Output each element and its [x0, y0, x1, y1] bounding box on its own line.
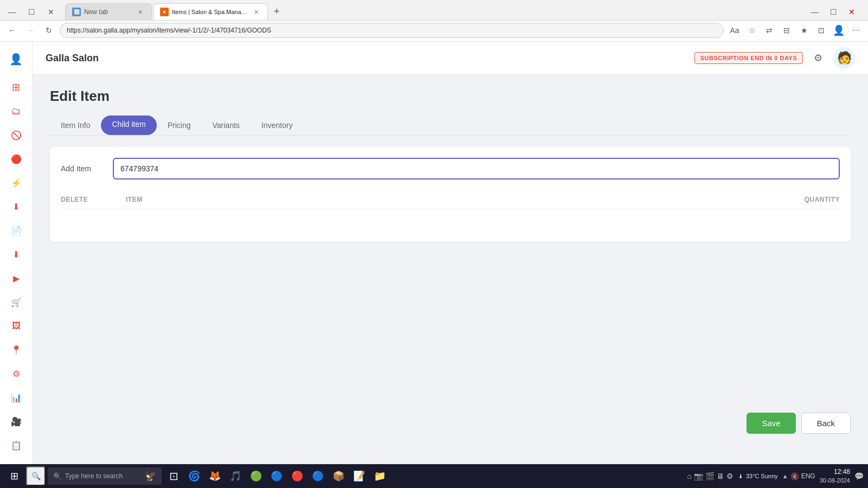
taskbar-date-display: 30-08-2024 — [820, 477, 850, 485]
browser-tab-1[interactable]: ⬜ New tab ✕ — [65, 3, 152, 20]
sidebar-icon-cart[interactable]: 🛒 — [5, 291, 27, 313]
settings-tray-icon: ⚙ — [726, 472, 733, 480]
tab-child-item[interactable]: Child item — [101, 115, 156, 135]
collections-icon[interactable]: ⊡ — [814, 23, 829, 38]
taskbar-right: ⌂ 📷 🎬 🖥 ⚙ 🌡 33°C Sunny ▲ 🔇 ENG 12:48 30-… — [687, 467, 864, 485]
add-item-input[interactable] — [113, 158, 840, 179]
window-restore-icon[interactable]: ☐ — [826, 4, 841, 20]
sidebar-user-icon[interactable]: 👤 — [5, 48, 27, 70]
extensions-icon[interactable]: ⋯ — [848, 23, 864, 38]
taskbar-app-files[interactable]: 📁 — [370, 466, 390, 486]
reader-icon[interactable]: Aa — [727, 23, 742, 38]
weather-info: 🌡 33°C Sunny — [738, 473, 778, 479]
sidebar-icon-alert[interactable]: 🚫 — [5, 124, 27, 146]
volume-area: ▲ 🔇 ENG — [782, 472, 815, 480]
add-item-label: Add Item — [61, 164, 104, 173]
address-input[interactable] — [60, 23, 724, 38]
browser-tab-2[interactable]: ● Items | Salon & Spa Management ✕ — [153, 3, 268, 20]
forward-nav-button[interactable]: → — [23, 23, 38, 38]
add-item-row: Add Item — [61, 158, 840, 179]
taskbar-app-edge[interactable]: 🌀 — [184, 466, 204, 486]
sidebar-icon-list[interactable]: 📋 — [5, 434, 27, 456]
taskbar-search-icon2: 🔍 — [53, 472, 62, 480]
back-nav-button[interactable]: ← — [4, 23, 20, 38]
sidebar-icon-zap[interactable]: ⚡ — [5, 172, 27, 194]
taskbar-app-music[interactable]: 🎵 — [226, 466, 245, 486]
taskbar-bird-icon: 🦅 — [144, 470, 156, 482]
taskbar-app-skype[interactable]: 🔵 — [308, 466, 328, 486]
minimize-button[interactable]: — — [4, 4, 20, 20]
sidebar-icon-download2[interactable]: ⬇ — [5, 243, 27, 265]
window-minimize-icon[interactable]: — — [807, 4, 822, 20]
sidebar-icon-analytics[interactable]: 🔴 — [5, 148, 27, 170]
bookmark-icon[interactable]: ☆ — [744, 23, 760, 38]
app-logo: Galla Salon — [46, 53, 99, 64]
tabs-nav: Item Info Child item Pricing Variants In… — [50, 115, 851, 136]
taskbar-start-button[interactable]: ⊞ — [4, 466, 24, 486]
taskbar-search-icon[interactable]: 🔍 — [26, 466, 46, 486]
col-delete: DELETE — [61, 196, 126, 203]
taskbar-apps: ⊡ 🌀 🦊 🎵 🟢 🔵 🔴 🔵 📦 📝 📁 — [164, 466, 685, 486]
system-tray-icons: ⌂ 📷 🎬 🖥 ⚙ — [687, 472, 733, 480]
taskbar-search-input[interactable] — [65, 472, 141, 480]
browser-title-bar: — ☐ ✕ ⬜ New tab ✕ ● Items | Salon & Spa … — [0, 0, 868, 20]
save-button[interactable]: Save — [746, 413, 795, 434]
browser-action-icons: Aa ☆ ⇄ ⊟ ★ ⊡ 👤 ⋯ — [727, 23, 864, 38]
close-button[interactable]: ✕ — [43, 4, 59, 20]
table-body — [61, 209, 840, 231]
back-button[interactable]: Back — [801, 413, 851, 434]
taskbar-app-fb[interactable]: 🔵 — [267, 466, 286, 486]
tab-2-title: Items | Salon & Spa Management — [172, 9, 248, 15]
tab-inventory[interactable]: Inventory — [251, 115, 304, 136]
settings-button[interactable]: ⚙ — [809, 49, 827, 67]
taskbar-app-store[interactable]: 📦 — [329, 466, 348, 486]
taskbar-search[interactable]: 🔍 🦅 — [48, 467, 162, 485]
notification-button[interactable]: 💬 — [854, 472, 864, 480]
reload-button[interactable]: ↻ — [41, 23, 56, 38]
maximize-button[interactable]: ☐ — [24, 4, 39, 20]
volume-icon: 🔇 — [790, 472, 799, 480]
tab-2-favicon: ● — [160, 8, 169, 16]
taskbar-app-youtube[interactable]: 🔴 — [288, 466, 307, 486]
page-body: Edit Item Item Info Child item Pricing V… — [33, 75, 868, 255]
tab-item-info[interactable]: Item Info — [50, 115, 101, 136]
browser-tabs: ⬜ New tab ✕ ● Items | Salon & Spa Manage… — [65, 3, 284, 20]
sidebar-icon-settings2[interactable]: ⚙ — [5, 363, 27, 384]
col-quantity: QUANTITY — [775, 196, 840, 203]
taskbar-app-notes[interactable]: 📝 — [349, 466, 369, 486]
header-right: SUBSCRIPTION END IN 0 DAYS ⚙ 🧑 — [694, 47, 855, 69]
taskbar-app-view[interactable]: ⊡ — [164, 466, 183, 486]
taskbar-app-chrome[interactable]: 🟢 — [246, 466, 266, 486]
tab-pricing[interactable]: Pricing — [157, 115, 202, 136]
favorites-icon[interactable]: ★ — [796, 23, 812, 38]
taskbar-app-firefox[interactable]: 🦊 — [205, 466, 225, 486]
weather-text: 33°C Sunny — [746, 473, 778, 479]
tab-variants[interactable]: Variants — [202, 115, 251, 136]
tray-icon-1: ⌂ — [687, 472, 692, 480]
sidebar-icon-media[interactable]: ▶ — [5, 267, 27, 289]
sidebar-icon-location[interactable]: 📍 — [5, 339, 27, 361]
new-tab-button[interactable]: + — [269, 4, 284, 20]
user-profile-icon[interactable]: 👤 — [831, 23, 846, 38]
sidebar-icon-dashboard[interactable]: ⊞ — [5, 76, 27, 98]
sidebar: 👤 ⊞ 🗂 🚫 🔴 ⚡ ⬇ 📄 ⬇ ▶ 🛒 🖼 📍 ⚙ 📊 🎥 📋 — [0, 42, 33, 488]
chevron-up-icon: ▲ — [782, 473, 788, 479]
window-close-icon[interactable]: ✕ — [844, 4, 859, 20]
video-tray-icon: 🎬 — [705, 472, 714, 480]
split-icon[interactable]: ⊟ — [779, 23, 794, 38]
translate-icon[interactable]: ⇄ — [762, 23, 777, 38]
tab-1-close[interactable]: ✕ — [135, 7, 145, 17]
sidebar-icon-camera[interactable]: 🎥 — [5, 410, 27, 432]
sidebar-icon-image[interactable]: 🖼 — [5, 315, 27, 337]
sidebar-icon-download[interactable]: ⬇ — [5, 196, 27, 217]
sidebar-icon-file[interactable]: 📄 — [5, 220, 27, 241]
sidebar-icon-report[interactable]: 📊 — [5, 387, 27, 408]
content-card: Add Item DELETE ITEM QUANTITY — [50, 147, 851, 242]
user-avatar[interactable]: 🧑 — [833, 47, 855, 69]
sidebar-icon-folder[interactable]: 🗂 — [5, 100, 27, 122]
tab-2-close[interactable]: ✕ — [251, 7, 261, 17]
browser-chrome: — ☐ ✕ ⬜ New tab ✕ ● Items | Salon & Spa … — [0, 0, 868, 42]
camera-tray-icon: 📷 — [694, 472, 703, 480]
temperature-icon: 🌡 — [738, 473, 744, 479]
bottom-actions: Save Back — [729, 402, 868, 445]
